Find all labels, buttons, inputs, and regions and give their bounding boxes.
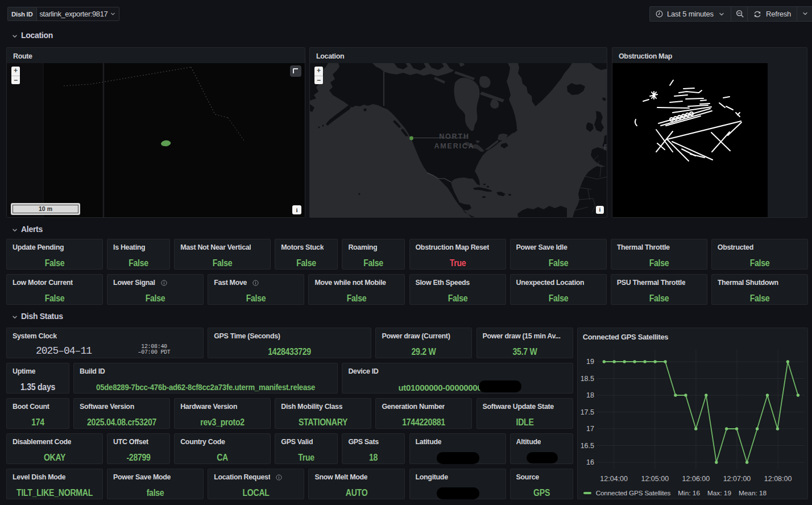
svg-text:18: 18 xyxy=(586,391,594,399)
svg-text:E: E xyxy=(604,143,607,151)
svg-text:18.5: 18.5 xyxy=(580,375,594,383)
svg-text:12:06:00: 12:06:00 xyxy=(682,475,710,483)
svg-text:16: 16 xyxy=(586,458,594,466)
svg-text:12:07:00: 12:07:00 xyxy=(723,475,751,483)
svg-text:12:04:00: 12:04:00 xyxy=(600,475,628,483)
svg-text:AMERICA: AMERICA xyxy=(434,142,475,150)
svg-text:12:08:00: 12:08:00 xyxy=(764,475,792,483)
svg-text:19: 19 xyxy=(586,358,594,366)
svg-text:16.5: 16.5 xyxy=(580,442,594,450)
svg-text:NORTH: NORTH xyxy=(439,133,469,140)
svg-text:17: 17 xyxy=(586,425,594,433)
svg-text:17.5: 17.5 xyxy=(580,408,594,416)
svg-text:12:05:00: 12:05:00 xyxy=(641,475,669,483)
